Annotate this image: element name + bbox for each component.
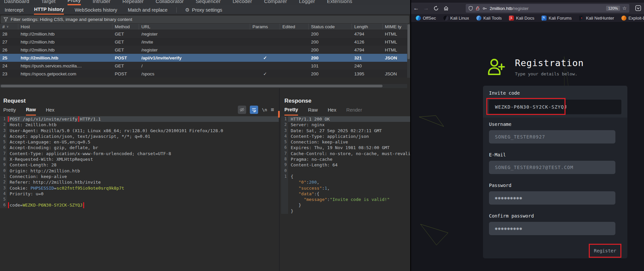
cell-num: 26 [0, 46, 18, 54]
menu-item-collaborator[interactable]: Collaborator [156, 0, 184, 5]
confirm-password-input[interactable]: ●●●●●●●●● [489, 222, 615, 235]
menu-item-decoder[interactable]: Decoder [233, 0, 252, 5]
column-header-edited[interactable]: Edited [280, 24, 309, 30]
subtab-proxy-settings[interactable]: ⚙Proxy settings [185, 5, 223, 15]
response-tab-hex[interactable]: Hex [328, 104, 336, 116]
filter-settings-bar[interactable]: Filter settings: Hiding CSS, image and g… [1, 16, 409, 23]
menu-item-extensions[interactable]: Extensions [327, 0, 352, 5]
history-row-26[interactable]: 26http://2million.htbGET/register2004794… [0, 46, 407, 54]
menu-item-dashboard[interactable]: Dashboard [4, 0, 29, 5]
bookmark-exploit-db[interactable]: Exploit-DB [621, 16, 644, 21]
history-row-25[interactable]: 25http://2million.htbPOST/api/v1/invite/… [0, 54, 407, 62]
code-line: 1POST /api/v1/invite/verify HTTP/1.1 [0, 116, 279, 122]
home-button[interactable] [441, 6, 451, 11]
hide-selection-eye-icon[interactable] [238, 106, 246, 114]
menu-item-proxy[interactable]: Proxy [68, 0, 81, 5]
tracking-protection-shield-icon[interactable] [468, 6, 473, 11]
request-tab-hex[interactable]: Hex [46, 104, 55, 116]
line-number [281, 191, 288, 197]
subtab-http-history[interactable]: HTTP history [34, 5, 64, 15]
register-button[interactable]: Register [589, 244, 621, 258]
bookmark-kali-nethunter[interactable]: ◖Kali NetHunter [579, 16, 614, 21]
e-mail-input[interactable]: SONEG_TESTER0927@TEST.COM [489, 161, 615, 174]
column-header-status-code[interactable]: Status code [309, 24, 352, 30]
passkey-icon[interactable] [482, 6, 487, 11]
field-e-mail: E-MailSONEG_TESTER0927@TEST.COM [489, 152, 622, 174]
word-wrap-icon[interactable] [250, 106, 258, 114]
editor-menu-icon[interactable]: ≡ [271, 107, 274, 113]
response-editor[interactable]: 1HTTP/1.1 200 OK2Server: nginx3Date: Sat… [281, 116, 410, 214]
vscroll-thumb[interactable] [407, 24, 410, 59]
history-row-23[interactable]: 23https://spocs.getpocket.comPOST/spocs✓… [0, 70, 407, 78]
column-header-length[interactable]: Length [352, 24, 383, 30]
menu-item-logger[interactable]: Logger [299, 0, 315, 5]
column-header-host[interactable]: Host [18, 24, 112, 30]
bookmark-kali-forums[interactable]: ✎Kali Forums [542, 16, 571, 21]
history-row-24[interactable]: 24https://push.services.mozilla....GET/1… [0, 62, 407, 70]
line-number: 6 [281, 145, 288, 150]
request-tab-raw[interactable]: Raw [26, 104, 36, 116]
url-bar[interactable]: 2million.htb/register 120% ☆ [466, 4, 629, 13]
request-tab-pretty[interactable]: Pretty [3, 104, 16, 116]
red-annotation-box: POST /api/v1/invite/verify [10, 117, 78, 122]
field-label: E-Mail [489, 152, 622, 158]
line-number: 9 [281, 162, 288, 168]
line-content: Cookie: PHPSESSID=sc02fntf95io9ote0srq9k… [7, 185, 279, 191]
line-content: POST /api/v1/invite/verify HTTP/1.1 [7, 116, 279, 122]
code-line: } [281, 208, 410, 214]
line-number [281, 179, 288, 185]
request-editor[interactable]: 1POST /api/v1/invite/verify HTTP/1.12Hos… [0, 116, 279, 208]
menu-item-intruder[interactable]: Intruder [93, 0, 110, 5]
menu-item-repeater[interactable]: Repeater [122, 0, 144, 5]
subtab-websockets-history[interactable]: WebSockets history [75, 5, 117, 15]
line-content: Accept-Language: en-US,en;q=0.5 [7, 139, 279, 145]
bookmark-offsec[interactable]: OffSec [416, 16, 436, 21]
line-number: 1 [281, 174, 288, 179]
password-input[interactable]: ●●●●●●●●● [489, 191, 615, 205]
column-header--[interactable]: #∨ [0, 24, 18, 30]
code-line: 4Content-Type: application/json [281, 134, 410, 139]
bookmark-star-icon[interactable]: ☆ [622, 5, 627, 11]
response-tab-raw[interactable]: Raw [308, 104, 318, 116]
response-tab-render[interactable]: Render [346, 104, 362, 116]
cell-url: / [139, 62, 250, 70]
url-text[interactable]: 2million.htb/register [490, 6, 604, 11]
zoom-level-badge[interactable]: 120% [606, 6, 620, 11]
column-header-url[interactable]: URL [139, 24, 250, 30]
filter-funnel-icon [4, 17, 8, 22]
column-header-mime-ty[interactable]: MIME ty [383, 24, 407, 30]
reload-button[interactable] [431, 6, 441, 11]
insecure-lock-icon[interactable] [475, 6, 480, 11]
forward-button[interactable]: → [421, 5, 431, 12]
extension-icon[interactable] [635, 5, 641, 13]
subtab-match-and-replace[interactable]: Match and replace [128, 5, 167, 15]
offsec-icon [416, 16, 421, 21]
table-horizontal-scrollbar[interactable] [0, 84, 407, 88]
bookmark-kali-linux[interactable]: Kali Linux [443, 16, 469, 21]
column-header-params[interactable]: Params [250, 24, 280, 30]
menu-item-target[interactable]: Target [41, 0, 56, 5]
panel-divider-handle[interactable] [278, 111, 280, 118]
cell-method: GET [112, 30, 139, 38]
field-label: Confirm password [489, 213, 622, 219]
menu-item-comparer[interactable]: Comparer [264, 0, 287, 5]
kali-nethunter-icon: ◖ [579, 16, 584, 21]
history-row-28[interactable]: 28http://2million.htbGET/register2004794… [0, 30, 407, 38]
subtab-separator [176, 7, 177, 13]
back-button[interactable]: ← [411, 5, 421, 12]
column-header-method[interactable]: Method [112, 24, 139, 30]
line-content: code=WEZKD-P6N30-SY2CK-SZYQJ [7, 202, 279, 208]
hscroll-thumb[interactable] [1, 85, 383, 87]
response-tab-pretty[interactable]: Pretty [284, 104, 298, 116]
subtab-intercept[interactable]: Intercept [5, 5, 23, 15]
history-row-27[interactable]: 27http://2million.htbGET/invite2004126HT… [0, 38, 407, 46]
code-line: 1{ [281, 174, 410, 179]
line-content: Connection: keep-alive [288, 139, 410, 145]
username-input[interactable]: SONEG_TESTER0927 [489, 130, 615, 143]
menu-item-sequencer[interactable]: Sequencer [196, 0, 221, 5]
bookmark-kali-docs[interactable]: sKali Docs [509, 16, 534, 21]
bookmark-kali-tools[interactable]: Kali Tools [476, 16, 502, 21]
newline-chars-icon[interactable]: \n [262, 107, 267, 112]
table-vertical-scrollbar[interactable] [407, 24, 410, 78]
history-table-header[interactable]: #∨HostMethodURLParamsEditedStatus codeLe… [0, 24, 407, 30]
